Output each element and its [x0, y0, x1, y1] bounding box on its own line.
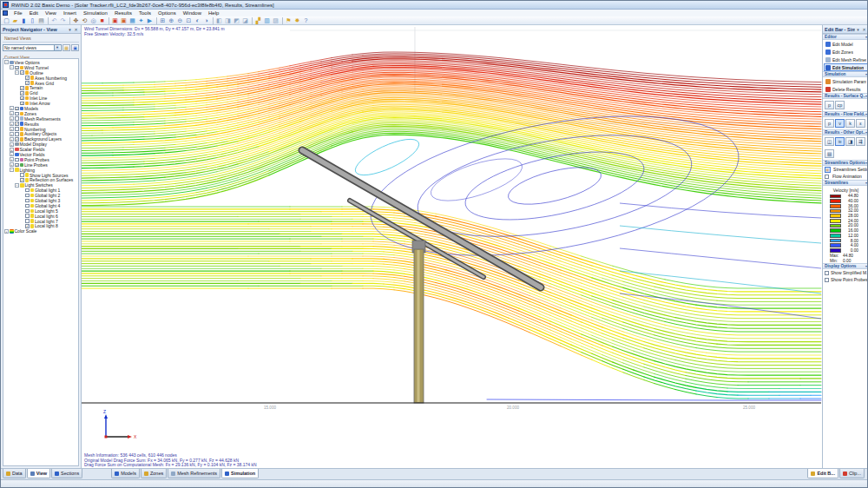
toolbar-button-edit-simulation[interactable]: ✦ — [137, 16, 145, 24]
tree-checkbox[interactable]: ✓ — [15, 66, 19, 70]
toolbar-button-edit-mesh[interactable]: ▦ — [128, 16, 136, 24]
menu-item-edit[interactable]: Edit — [26, 10, 42, 16]
toolbar-button-color-scale[interactable]: ▥ — [263, 16, 271, 24]
collapse-icon[interactable]: − — [15, 183, 19, 188]
other-result-button-3[interactable]: ◨ — [845, 137, 855, 146]
flow-animation-checkbox[interactable] — [825, 175, 829, 179]
toolbar-button-save[interactable]: ▮ — [20, 16, 28, 24]
tree-checkbox[interactable] — [15, 116, 19, 121]
group-caption-display-options[interactable]: Display Options▾ — [823, 263, 868, 269]
toolbar-button-new-file[interactable]: ▢ — [3, 16, 10, 24]
group-caption-results-flow-field[interactable]: Results - Flow Field...▾ — [823, 111, 868, 117]
surface-result-p-button[interactable]: p — [825, 101, 834, 109]
show-simplified-m-option[interactable]: Show Simplified M... — [823, 269, 868, 276]
expand-icon[interactable]: + — [10, 132, 14, 136]
tree-checkbox[interactable] — [25, 219, 30, 223]
view-options-tree[interactable]: −View Options−✓Wind Tunnel−✓Outline✓Axes… — [3, 58, 79, 466]
viewport-canvas[interactable]: Wind Tunnel Dimensions: Dx = 56.588 m, D… — [82, 25, 822, 468]
menu-item-options[interactable]: Options — [155, 10, 180, 16]
title-bar[interactable]: RWIND 2.02 Basic Demo - [Solar Tracker.r… — [1, 1, 868, 10]
toolbar-button-center[interactable]: ◎ — [89, 16, 97, 24]
menu-item-insert[interactable]: Insert — [60, 10, 80, 16]
toolbar-button-view-x[interactable]: ◧ — [215, 16, 223, 24]
toolbar-button-edit-zones[interactable]: ▣ — [120, 16, 128, 24]
toolbar-button-redo[interactable]: ↷ — [59, 16, 67, 24]
other-result-button-4[interactable]: ⇶ — [856, 137, 865, 146]
expand-icon[interactable]: + — [10, 116, 14, 121]
menu-item-window[interactable]: Window — [180, 10, 205, 16]
other-result-button-2[interactable]: ≋ — [835, 137, 845, 146]
menu-item-results[interactable]: Results — [111, 10, 135, 16]
group-caption-streamlines-options[interactable]: Streamlines Options▾ — [823, 160, 868, 166]
toolbar-button-isometric-view[interactable]: ◪ — [241, 16, 249, 24]
pin-icon[interactable]: ▾ — [67, 27, 73, 32]
tree-checkbox[interactable]: ✓ — [15, 107, 19, 111]
collapse-icon[interactable]: − — [10, 65, 14, 69]
tree-checkbox[interactable] — [25, 194, 30, 198]
toolbar-button-zoom-in[interactable]: ⊕ — [168, 16, 175, 24]
tree-checkbox[interactable]: ✓ — [20, 70, 24, 75]
edit-zones-button[interactable]: Edit Zones — [824, 48, 868, 56]
toolbar-button-save-as[interactable]: ▯ — [29, 16, 36, 24]
toolbar-button-render[interactable]: ✸ — [293, 16, 301, 24]
tree-checkbox[interactable] — [25, 188, 30, 193]
toolbar-button-view-z[interactable]: ◩ — [233, 16, 240, 24]
streamlines-settings-icon[interactable]: ✳ — [825, 167, 831, 173]
show-simplified-m-checkbox[interactable] — [825, 271, 829, 275]
tree-checkbox[interactable]: ✓ — [15, 137, 19, 142]
group-caption-simulation[interactable]: Simulation▾ — [823, 71, 868, 77]
tab-zones[interactable]: Zones — [141, 469, 167, 478]
tab-models[interactable]: Models — [111, 469, 140, 478]
toolbar-button-open-file[interactable]: ▰ — [11, 16, 19, 24]
tree-checkbox[interactable]: ✓ — [20, 102, 24, 106]
group-caption-streamlines[interactable]: Streamlines▾ — [823, 180, 868, 186]
tab-sections[interactable]: Sections — [51, 469, 82, 478]
collapse-icon[interactable]: − — [15, 70, 19, 75]
toolbar-button-clipping-plane[interactable]: ▞ — [254, 16, 262, 24]
tree-checkbox[interactable] — [25, 214, 30, 218]
toolbar-button-next-view[interactable]: ◑ — [202, 16, 210, 24]
toolbar-button-undo[interactable]: ↶ — [50, 16, 58, 24]
toolbar-button-orbit[interactable]: ⟲ — [81, 16, 89, 24]
tab-mesh-refinements[interactable]: Mesh Refinements — [168, 469, 220, 478]
toolbar-button-previous-view[interactable]: ◐ — [194, 16, 201, 24]
toolbar-button-pan[interactable]: ✥ — [72, 16, 80, 24]
tree-checkbox[interactable] — [25, 199, 30, 203]
tree-checkbox[interactable] — [15, 127, 19, 131]
tab-simulation[interactable]: Simulation — [221, 469, 259, 478]
menu-item-tools[interactable]: Tools — [135, 10, 155, 16]
tree-checkbox[interactable]: ✓ — [20, 178, 24, 182]
menu-item-simulation[interactable]: Simulation — [80, 10, 111, 16]
toolbar-button-print[interactable]: ▤ — [37, 16, 45, 24]
flow-result--button[interactable]: ε — [856, 119, 865, 128]
expand-icon[interactable]: + — [10, 122, 14, 126]
other-result-button-1[interactable]: ◫ — [825, 137, 834, 146]
expand-icon[interactable]: + — [10, 127, 14, 131]
tab-clip[interactable]: Clip... — [839, 469, 865, 478]
tree-checkbox[interactable]: ✓ — [25, 81, 30, 85]
show-point-probes-option[interactable]: Show Point Probes — [823, 276, 868, 283]
streamlines-settings-option[interactable]: ✳Streamlines Settings — [823, 166, 868, 173]
group-caption-results-other[interactable]: Results - Other Opt...▾ — [823, 129, 868, 135]
tree-checkbox[interactable]: ✓ — [20, 86, 24, 90]
toolbar-button-zoom-fit[interactable]: ⊡ — [185, 16, 193, 24]
expand-icon[interactable]: + — [10, 162, 14, 167]
toolbar-button-help[interactable]: ? — [302, 16, 310, 24]
flow-result-k-button[interactable]: k — [845, 119, 855, 128]
tree-checkbox[interactable] — [15, 158, 19, 162]
expand-icon[interactable]: + — [10, 111, 14, 115]
collapse-icon[interactable]: − — [10, 168, 14, 172]
other-result-button-5[interactable]: ▤ — [825, 149, 834, 158]
tab-edit-b[interactable]: Edit B... — [807, 469, 838, 478]
edit-model-button[interactable]: Edit Model — [824, 40, 868, 48]
tree-item-color-scale[interactable]: +Color Scale — [3, 228, 78, 234]
toolbar-button-zoom-window[interactable]: ⊞ — [159, 16, 167, 24]
toolbar-button-run-simulation[interactable]: ▶ — [146, 16, 154, 24]
menu-item-view[interactable]: View — [42, 10, 60, 16]
expand-icon[interactable]: + — [10, 157, 14, 162]
group-caption-editor[interactable]: Editor▾ — [823, 34, 868, 40]
tree-checkbox[interactable]: ✓ — [25, 224, 30, 228]
collapse-icon[interactable]: − — [4, 60, 9, 64]
tree-checkbox[interactable]: ✓ — [15, 122, 19, 126]
tree-checkbox[interactable]: ✓ — [15, 163, 19, 168]
